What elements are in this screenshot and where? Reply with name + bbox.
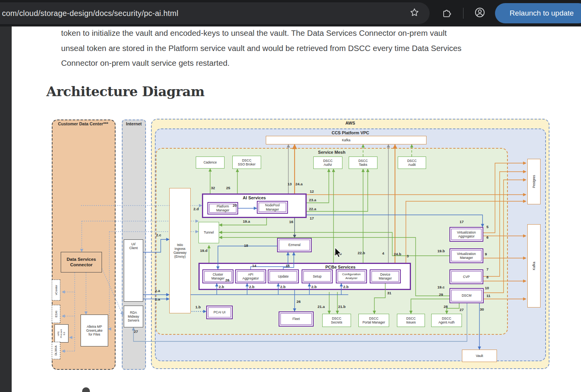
edge-label-17-42: 17 bbox=[460, 220, 464, 224]
edge-label-19.b-35: 19.b bbox=[437, 249, 445, 253]
edge-label-16-11: 16 bbox=[289, 220, 293, 224]
url-text: com/cloud/storage-design/docs/security/p… bbox=[2, 9, 178, 18]
paragraph-line: Connector on-prem vault service gets res… bbox=[61, 56, 559, 71]
edge-label-10-48: 10 bbox=[485, 286, 489, 290]
paragraph-line: unseal token are stored in the Platform … bbox=[61, 41, 559, 56]
edge-label-30-40: 30 bbox=[480, 307, 484, 311]
extensions-icon[interactable] bbox=[442, 7, 452, 19]
edge-label-23.a-5: 23.a bbox=[309, 198, 316, 202]
edge-label-18-12: 18 bbox=[244, 243, 248, 248]
edge-label-4-32: 4 bbox=[382, 251, 384, 255]
edge-label-13-2: 13 bbox=[288, 182, 292, 186]
edge-label-32-0: 32 bbox=[211, 186, 215, 190]
edge-label-27-41: 27 bbox=[134, 329, 138, 334]
browser-window: com/cloud/storage-design/docs/security/p… bbox=[0, 0, 581, 392]
paragraph: token to initialize the vault and encode… bbox=[61, 26, 559, 71]
edge-label-2.c-14: 2.c bbox=[156, 233, 161, 237]
edge-label-26-26: 26 bbox=[297, 299, 301, 304]
edge-label-21.a-27: 21.a bbox=[318, 304, 325, 309]
edge-label-2.d-9: 2.d bbox=[193, 207, 199, 211]
edge-label-24.a-3: 24.a bbox=[295, 182, 303, 186]
bookmark-star-icon[interactable] bbox=[409, 7, 420, 19]
edge-label-6-44: 6 bbox=[486, 235, 488, 239]
edge-label-19.a-10: 19.a bbox=[243, 219, 250, 223]
edge-label-7-46: 7 bbox=[486, 267, 488, 271]
profile-icon[interactable] bbox=[474, 7, 486, 20]
edge-label-1.a-16: 1.a bbox=[155, 297, 160, 301]
edge-label-2.b-20: 2.b bbox=[219, 285, 224, 289]
edge-label-27-39: 27 bbox=[460, 308, 464, 312]
toolbar-separator bbox=[463, 8, 463, 19]
partial-text-fragment bbox=[82, 387, 90, 392]
edge-label-2.b-22: 2.b bbox=[280, 285, 286, 289]
page-title: Architecture Diagram bbox=[46, 84, 205, 99]
relaunch-button[interactable]: Relaunch to update bbox=[495, 3, 581, 23]
edge-label-8-47: 8 bbox=[486, 275, 488, 279]
edge-label-22.b-30: 22.b bbox=[358, 251, 365, 255]
edge-label-19.c-36: 19.c bbox=[437, 285, 445, 289]
edge-label-28-38: 28 bbox=[444, 304, 448, 309]
diagram-connections bbox=[46, 115, 550, 373]
edge-label-29-37: 29 bbox=[439, 292, 443, 297]
edge-label-19.d-13: 19.d bbox=[200, 248, 207, 253]
edge-label-15-19: 15 bbox=[286, 264, 290, 268]
edge-label-11-49: 11 bbox=[486, 294, 490, 298]
edge-label-26-25: 26 bbox=[225, 278, 230, 282]
edge-label-14-18: 14 bbox=[252, 264, 256, 268]
edge-label-17-7: 17 bbox=[310, 216, 314, 220]
edge-label-2.b-21: 2.b bbox=[249, 285, 255, 289]
edge-label-2.b-24: 2.b bbox=[343, 285, 349, 289]
edge-label-12-4: 12 bbox=[310, 189, 314, 193]
edge-label-22.a-6: 22.a bbox=[309, 207, 316, 211]
architecture-diagram: Customer Data Center***InternetAWSCCS Pl… bbox=[46, 115, 550, 373]
browser-toolbar: com/cloud/storage-design/docs/security/p… bbox=[0, 0, 581, 26]
edge-label-9-45: 9 bbox=[485, 252, 487, 256]
edge-label-3-34: 3 bbox=[407, 254, 409, 258]
window-left-edge bbox=[0, 26, 12, 392]
edge-label-20-8: 20 bbox=[233, 203, 237, 207]
mouse-cursor bbox=[335, 247, 344, 259]
url-bar[interactable]: com/cloud/storage-design/docs/security/p… bbox=[0, 2, 430, 24]
edge-label-25-1: 25 bbox=[226, 186, 230, 190]
edge-label-2.a-15: 2.a bbox=[155, 288, 160, 293]
edge-label-1.b-17: 1.b bbox=[195, 305, 201, 309]
edge-label-31-29: 31 bbox=[387, 291, 391, 295]
edge-label-5-43: 5 bbox=[486, 225, 488, 229]
edge-label-2.b-23: 2.b bbox=[311, 285, 317, 289]
paragraph-line: token to initialize the vault and encode… bbox=[61, 26, 559, 41]
edge-label-24.b-33: 24.b bbox=[394, 252, 401, 256]
edge-label-21.b-28: 21.b bbox=[338, 304, 346, 309]
